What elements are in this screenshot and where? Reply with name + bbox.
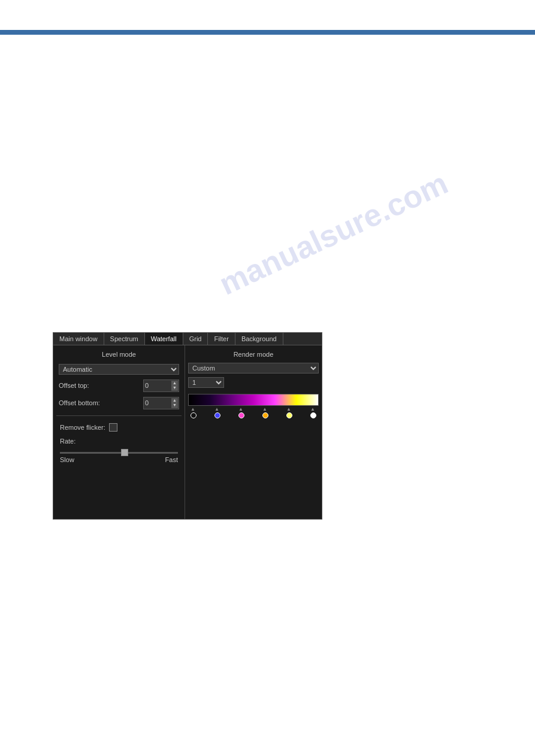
offset-top-field[interactable]	[145, 382, 171, 389]
settings-panel: Main window Spectrum Waterfall Grid Filt…	[53, 332, 322, 520]
offset-bottom-input[interactable]: ▲ ▼	[143, 397, 179, 409]
render-mode-select[interactable]: Custom	[188, 363, 319, 374]
color-stop-orange[interactable]	[262, 412, 268, 418]
render-number-select[interactable]: 1	[188, 377, 224, 388]
color-stop-blue[interactable]	[214, 412, 220, 418]
offset-bottom-down[interactable]: ▼	[171, 403, 178, 408]
render-mode-title: Render mode	[188, 348, 319, 360]
tab-filter[interactable]: Filter	[208, 333, 235, 345]
slow-label: Slow	[60, 456, 74, 463]
level-mode-select[interactable]: Automatic	[59, 364, 179, 375]
remove-flicker-row: Remove flicker:	[56, 421, 182, 434]
offset-top-spinners: ▲ ▼	[171, 381, 178, 391]
offset-bottom-label: Offset bottom:	[59, 399, 100, 406]
offset-top-input[interactable]: ▲ ▼	[143, 379, 179, 392]
render-mode-row: Custom	[188, 363, 319, 374]
content-area: Level mode Automatic Offset top: ▲ ▼	[53, 345, 322, 519]
color-stop-black[interactable]	[191, 412, 197, 418]
tab-spectrum[interactable]: Spectrum	[104, 333, 145, 345]
offset-bottom-row: Offset bottom: ▲ ▼	[56, 396, 182, 411]
watermark: manualsure.com	[213, 165, 453, 302]
tab-grid[interactable]: Grid	[183, 333, 208, 345]
offset-top-row: Offset top: ▲ ▼	[56, 378, 182, 393]
offset-bottom-up[interactable]: ▲	[171, 398, 178, 403]
tab-background[interactable]: Background	[235, 333, 283, 345]
rate-label: Rate:	[56, 436, 182, 446]
divider-1	[56, 415, 182, 416]
offset-top-up[interactable]: ▲	[171, 381, 178, 385]
remove-flicker-label: Remove flicker:	[60, 424, 105, 431]
offset-bottom-field[interactable]	[145, 399, 171, 406]
rate-slider-container: Slow Fast	[56, 448, 182, 464]
top-bar	[0, 30, 535, 35]
color-stops	[188, 409, 319, 421]
offset-top-label: Offset top:	[59, 382, 89, 389]
left-panel: Level mode Automatic Offset top: ▲ ▼	[53, 345, 185, 519]
color-stop-white[interactable]	[310, 412, 316, 418]
fast-label: Fast	[165, 456, 178, 463]
right-panel: Render mode Custom 1	[185, 345, 322, 519]
offset-bottom-spinners: ▲ ▼	[171, 398, 178, 408]
tab-waterfall[interactable]: Waterfall	[145, 333, 183, 345]
level-mode-title: Level mode	[56, 348, 182, 360]
tab-bar: Main window Spectrum Waterfall Grid Filt…	[53, 333, 322, 345]
color-stop-magenta[interactable]	[238, 412, 244, 418]
slider-labels: Slow Fast	[60, 456, 178, 463]
rate-slider[interactable]	[60, 452, 178, 454]
color-stop-yellow[interactable]	[286, 412, 292, 418]
remove-flicker-checkbox[interactable]	[109, 423, 117, 432]
offset-top-down[interactable]: ▼	[171, 385, 178, 390]
color-gradient-bar	[188, 394, 319, 406]
tab-main-window[interactable]: Main window	[53, 333, 104, 345]
